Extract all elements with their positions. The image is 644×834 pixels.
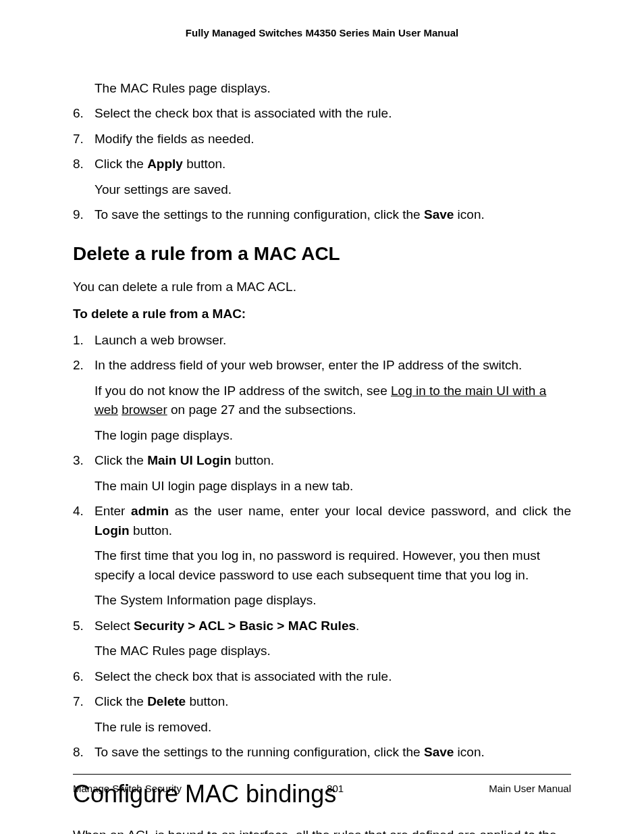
section-intro: You can delete a rule from a MAC ACL. — [73, 278, 571, 297]
step-text: In the address field of your web browser… — [95, 356, 571, 375]
step-number: 3. — [73, 451, 95, 496]
steps-delete-rule: 1. Launch a web browser. 2. In the addre… — [73, 331, 571, 762]
running-header: Fully Managed Switches M4350 Series Main… — [73, 26, 571, 41]
step-number: 1. — [73, 331, 95, 350]
step-text: Select Security > ACL > Basic > MAC Rule… — [95, 617, 571, 636]
step-text: Click the Delete button. — [95, 692, 571, 712]
step-number: 9. — [73, 205, 95, 225]
step-followup: If you do not know the IP address of the… — [95, 382, 571, 420]
step-followup: The MAC Rules page displays. — [95, 642, 571, 661]
step-followup: The login page displays. — [95, 426, 571, 446]
section-heading-delete-rule: Delete a rule from a MAC ACL — [73, 240, 571, 268]
step-number: 4. — [73, 502, 95, 610]
step-followup: The main UI login page displays in a new… — [95, 477, 571, 496]
step-followup: Your settings are saved. — [95, 180, 571, 200]
step-followup: The MAC Rules page displays. — [95, 79, 571, 99]
footer-rule — [73, 774, 571, 775]
step-text: Modify the fields as needed. — [95, 130, 571, 149]
step-text: Enter admin as the user name, enter your… — [95, 502, 571, 540]
list-spacer — [73, 79, 95, 99]
page: Fully Managed Switches M4350 Series Main… — [0, 0, 644, 834]
step-number: 8. — [73, 743, 95, 762]
step-text: Select the check box that is associated … — [95, 104, 571, 124]
step-text: Select the check box that is associated … — [95, 667, 571, 687]
step-number: 8. — [73, 155, 95, 199]
steps-continued: The MAC Rules page displays. 6. Select t… — [73, 79, 571, 225]
step-text: To save the settings to the running conf… — [95, 205, 571, 225]
step-number: 6. — [73, 104, 95, 124]
step-followup: The System Information page displays. — [95, 591, 571, 610]
step-followup: The rule is removed. — [95, 718, 571, 737]
step-text: Click the Main UI Login button. — [95, 451, 571, 471]
procedure-subhead: To delete a rule from a MAC: — [73, 305, 571, 324]
step-number: 6. — [73, 667, 95, 687]
step-text: Click the Apply button. — [95, 155, 571, 174]
step-number: 5. — [73, 617, 95, 661]
step-text: Launch a web browser. — [95, 331, 571, 350]
footer-right: Main User Manual — [489, 781, 571, 797]
step-number: 2. — [73, 356, 95, 445]
step-text: To save the settings to the running conf… — [95, 743, 571, 762]
step-number: 7. — [73, 692, 95, 737]
page-footer: Manage Switch Security 801 Main User Man… — [73, 774, 571, 797]
footer-left: Manage Switch Security — [73, 781, 182, 797]
section-paragraph: When an ACL is bound to an interface, al… — [73, 826, 571, 835]
link-login-main-ui-cont[interactable]: browser — [122, 402, 167, 417]
step-number: 7. — [73, 130, 95, 149]
step-followup: The first time that you log in, no passw… — [95, 546, 571, 585]
footer-page-number: 801 — [327, 781, 344, 797]
